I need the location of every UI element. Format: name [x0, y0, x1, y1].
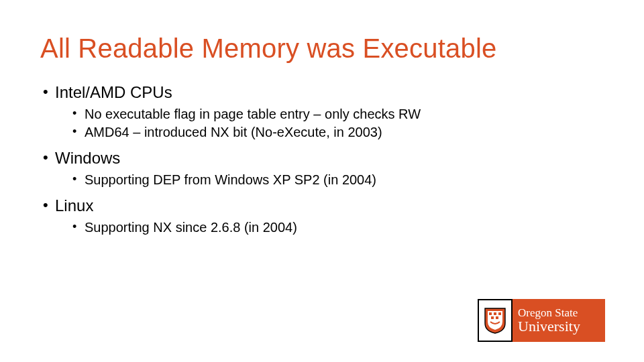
svg-rect-4 [496, 316, 498, 319]
sub-list: Supporting DEP from Windows XP SP2 (in 2… [55, 171, 604, 189]
svg-rect-2 [498, 312, 501, 315]
list-item-label: Windows [55, 149, 120, 167]
list-item-label: Intel/AMD CPUs [55, 83, 172, 101]
svg-rect-0 [489, 312, 492, 315]
svg-rect-1 [494, 312, 496, 315]
sub-list: Supporting NX since 2.6.8 (in 2004) [55, 219, 604, 237]
bullet-list: Intel/AMD CPUs No executable flag in pag… [40, 82, 604, 237]
list-item: Windows Supporting DEP from Windows XP S… [40, 148, 604, 189]
list-item-label: Linux [55, 196, 93, 215]
sub-list-item: No executable flag in page table entry –… [55, 105, 604, 123]
osu-logo: Oregon State University [478, 299, 605, 342]
list-item: Intel/AMD CPUs No executable flag in pag… [40, 82, 604, 141]
logo-text: Oregon State University [513, 299, 605, 342]
shield-icon [484, 307, 506, 334]
sub-list-item: Supporting NX since 2.6.8 (in 2004) [55, 219, 604, 237]
slide: All Readable Memory was Executable Intel… [0, 0, 644, 362]
svg-rect-3 [491, 316, 494, 319]
logo-line2: University [518, 318, 605, 334]
sub-list-item: Supporting DEP from Windows XP SP2 (in 2… [55, 171, 604, 189]
logo-shield-badge [478, 299, 513, 342]
sub-list: No executable flag in page table entry –… [55, 105, 604, 141]
sub-list-item: AMD64 – introduced NX bit (No-eXecute, i… [55, 123, 604, 141]
list-item: Linux Supporting NX since 2.6.8 (in 2004… [40, 196, 604, 237]
slide-title: All Readable Memory was Executable [40, 34, 604, 64]
